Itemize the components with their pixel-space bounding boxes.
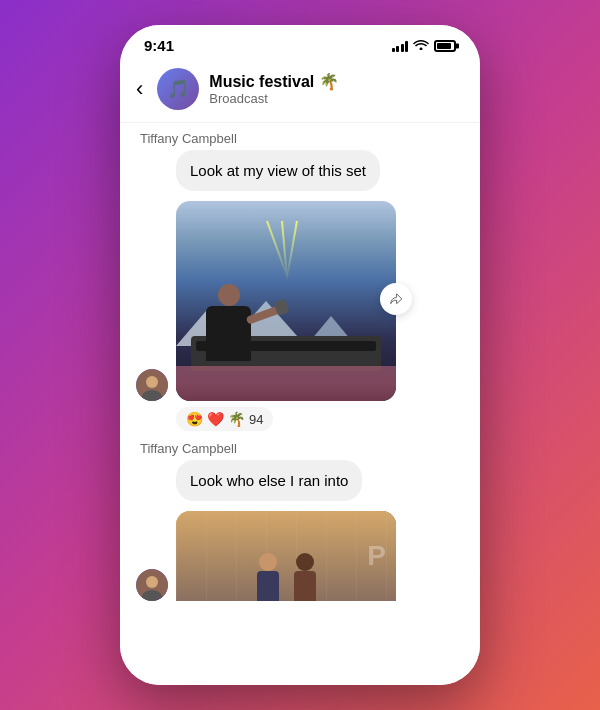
message-block-2: Tiffany Campbell Look who else I ran int…: [136, 441, 464, 607]
sender-name-2: Tiffany Campbell: [140, 441, 464, 456]
group-type: Broadcast: [209, 91, 464, 106]
chat-body: Tiffany Campbell Look at my view of this…: [120, 123, 480, 685]
person-1-body: [257, 571, 279, 601]
status-icons: [392, 38, 457, 53]
light-beam-3: [286, 221, 298, 280]
forward-button[interactable]: [380, 283, 412, 315]
person-2: [294, 553, 316, 601]
status-bar: 9:41: [120, 25, 480, 60]
group-info: Music festival 🌴 Broadcast: [209, 72, 464, 106]
reactions-bar[interactable]: 😍 ❤️ 🌴 94: [176, 407, 273, 431]
second-photo: P: [176, 511, 396, 601]
status-time: 9:41: [144, 37, 174, 54]
reaction-emoji-1: 😍: [186, 411, 203, 427]
avatar-emoji: 🎵: [167, 78, 189, 100]
person-2-head: [296, 553, 314, 571]
person-1: [257, 553, 279, 601]
sender-name-1: Tiffany Campbell: [140, 131, 464, 146]
dj-body: [206, 306, 251, 361]
person-2-body: [294, 571, 316, 601]
message-row-photo: [136, 197, 464, 401]
message-block-1: Tiffany Campbell Look at my view of this…: [136, 131, 464, 431]
people-figures: [176, 553, 396, 601]
back-button[interactable]: ‹: [136, 78, 147, 100]
group-avatar: 🎵: [157, 68, 199, 110]
reaction-emoji-2: ❤️: [207, 411, 224, 427]
photo-container-1: [176, 197, 396, 401]
forward-icon: [389, 292, 403, 306]
sender-avatar-2: [136, 569, 168, 601]
dj-figure: [206, 306, 251, 361]
sender-avatar-1: [136, 369, 168, 401]
person-1-head: [259, 553, 277, 571]
chat-header: ‹ 🎵 Music festival 🌴 Broadcast: [120, 60, 480, 123]
group-name: Music festival 🌴: [209, 72, 464, 91]
message-row-1: Look at my view of this set: [136, 150, 464, 191]
crowd: [176, 366, 396, 401]
phone-frame: 9:41 ‹ 🎵 Music festival 🌴 Broa: [120, 25, 480, 685]
dj-head: [218, 284, 240, 306]
reaction-emoji-3: 🌴: [228, 411, 245, 427]
reaction-count: 94: [249, 412, 263, 427]
message-bubble-1: Look at my view of this set: [176, 150, 380, 191]
message-row-photo-2: P: [136, 507, 464, 601]
battery-icon: [434, 40, 456, 52]
dj-photo: [176, 201, 396, 401]
wifi-icon: [413, 38, 429, 53]
signal-icon: [392, 40, 409, 52]
message-row-2: Look who else I ran into: [136, 460, 464, 501]
message-bubble-2: Look who else I ran into: [176, 460, 362, 501]
svg-point-1: [146, 376, 158, 388]
svg-point-4: [146, 576, 158, 588]
